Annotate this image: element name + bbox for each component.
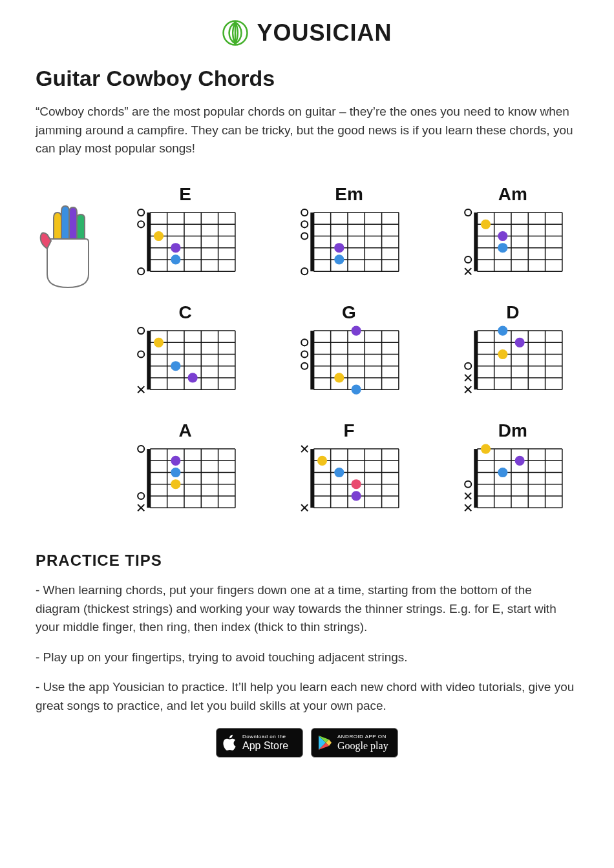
chord-diagram: Am <box>447 184 578 283</box>
svg-point-89 <box>301 339 308 346</box>
svg-point-37 <box>301 268 308 274</box>
svg-point-167 <box>498 468 508 477</box>
svg-point-126 <box>138 446 144 452</box>
svg-point-168 <box>465 481 471 488</box>
svg-point-130 <box>138 493 144 499</box>
svg-point-72 <box>171 361 180 371</box>
chord-chart <box>283 326 414 401</box>
chord-chart <box>447 207 578 283</box>
chord-name: F <box>283 420 414 441</box>
apple-icon <box>223 734 237 751</box>
chord-chart <box>120 444 251 519</box>
svg-rect-153 <box>474 449 478 508</box>
google-play-icon <box>318 735 332 750</box>
svg-point-166 <box>515 456 525 466</box>
chord-chart <box>120 326 251 401</box>
svg-point-19 <box>138 268 144 274</box>
brand-name: YOUSICIAN <box>257 19 392 46</box>
svg-rect-94 <box>474 331 478 389</box>
svg-point-52 <box>498 231 508 240</box>
page-title: Guitar Cowboy Chords <box>36 66 578 91</box>
tips-heading: PRACTICE TIPS <box>36 552 578 570</box>
svg-rect-57 <box>147 331 151 389</box>
svg-point-33 <box>301 221 308 227</box>
chord-diagram: A <box>120 420 251 519</box>
chord-diagram: E <box>120 184 251 283</box>
chord-name: Dm <box>447 420 578 441</box>
svg-point-107 <box>515 338 525 347</box>
chord-name: Am <box>447 184 578 205</box>
app-store-badge[interactable]: Download on the App Store <box>216 728 303 758</box>
chord-diagram: F <box>283 420 414 519</box>
chord-chart <box>283 444 414 519</box>
app-store-line1: Download on the <box>242 734 288 740</box>
svg-point-148 <box>334 468 344 477</box>
svg-point-149 <box>352 479 361 489</box>
svg-point-53 <box>498 243 508 253</box>
svg-point-50 <box>465 209 471 216</box>
svg-point-70 <box>154 338 164 347</box>
google-play-badge[interactable]: ANDROID APP ON Google play <box>311 728 398 758</box>
chord-chart <box>447 444 578 519</box>
svg-point-128 <box>171 468 180 477</box>
chords-area: EEmAmCGDAFDm <box>36 184 578 520</box>
hand-icon <box>36 203 100 294</box>
svg-point-90 <box>301 351 308 357</box>
svg-point-106 <box>498 326 508 335</box>
svg-point-54 <box>465 256 471 262</box>
chord-name: C <box>120 302 251 323</box>
google-play-line2: Google play <box>337 740 388 752</box>
intro-paragraph: “Cowboy chords” are the most popular cho… <box>36 103 578 158</box>
svg-point-34 <box>301 232 308 239</box>
svg-point-18 <box>171 254 180 264</box>
svg-point-16 <box>154 231 164 240</box>
chord-chart <box>283 207 414 283</box>
svg-point-127 <box>171 456 180 466</box>
chord-name: Em <box>283 184 414 205</box>
chord-chart <box>120 207 251 283</box>
yousician-logo-icon <box>222 19 249 46</box>
hand-legend <box>36 184 113 520</box>
svg-point-88 <box>352 326 361 335</box>
svg-point-51 <box>481 219 491 229</box>
google-play-line1: ANDROID APP ON <box>337 734 388 740</box>
tip-text: - When learning chords, put your fingers… <box>36 581 578 637</box>
chord-diagram: Em <box>283 184 414 283</box>
charts-grid: EEmAmCGDAFDm <box>120 184 578 520</box>
svg-point-35 <box>334 243 344 253</box>
svg-point-14 <box>138 209 144 216</box>
app-store-line2: App Store <box>242 740 288 752</box>
svg-rect-20 <box>310 212 314 271</box>
svg-point-69 <box>138 327 144 334</box>
svg-point-129 <box>171 479 180 489</box>
svg-point-109 <box>465 363 471 369</box>
chord-diagram: C <box>120 302 251 401</box>
svg-point-108 <box>498 349 508 359</box>
svg-point-73 <box>187 373 197 382</box>
svg-point-147 <box>317 456 327 466</box>
svg-point-91 <box>301 363 308 369</box>
chord-chart <box>447 326 578 401</box>
svg-rect-114 <box>147 449 151 508</box>
store-badges: Download on the App Store ANDROID APP ON… <box>36 728 578 758</box>
chord-diagram: Dm <box>447 420 578 519</box>
svg-rect-2 <box>147 212 151 271</box>
chord-name: A <box>120 420 251 441</box>
chord-name: G <box>283 302 414 323</box>
svg-point-93 <box>352 384 361 394</box>
svg-point-92 <box>334 373 344 382</box>
chord-diagram: G <box>283 302 414 401</box>
svg-point-32 <box>301 209 308 216</box>
tip-text: - Play up on your fingertips, trying to … <box>36 648 578 667</box>
chord-name: D <box>447 302 578 323</box>
svg-rect-133 <box>310 449 314 508</box>
svg-point-36 <box>334 254 344 264</box>
tip-text: - Use the app Yousician to practice. It’… <box>36 678 578 715</box>
chord-diagram: D <box>447 302 578 401</box>
svg-point-150 <box>352 491 361 501</box>
svg-rect-76 <box>310 331 314 389</box>
svg-point-165 <box>481 444 491 454</box>
svg-point-17 <box>171 243 180 253</box>
brand-logo: YOUSICIAN <box>36 19 578 46</box>
svg-point-15 <box>138 221 144 227</box>
